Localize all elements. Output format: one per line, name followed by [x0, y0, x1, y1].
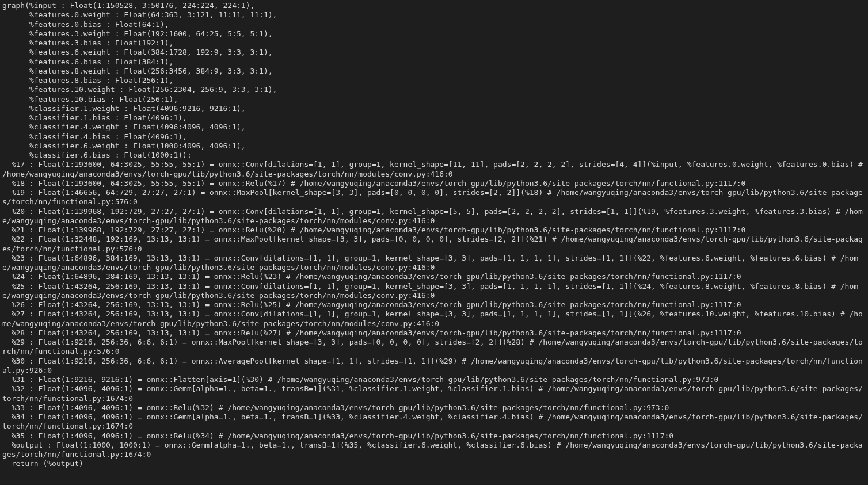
- onnx-graph-dump: graph(%input : Float(1:150528, 3:50176, …: [0, 0, 868, 472]
